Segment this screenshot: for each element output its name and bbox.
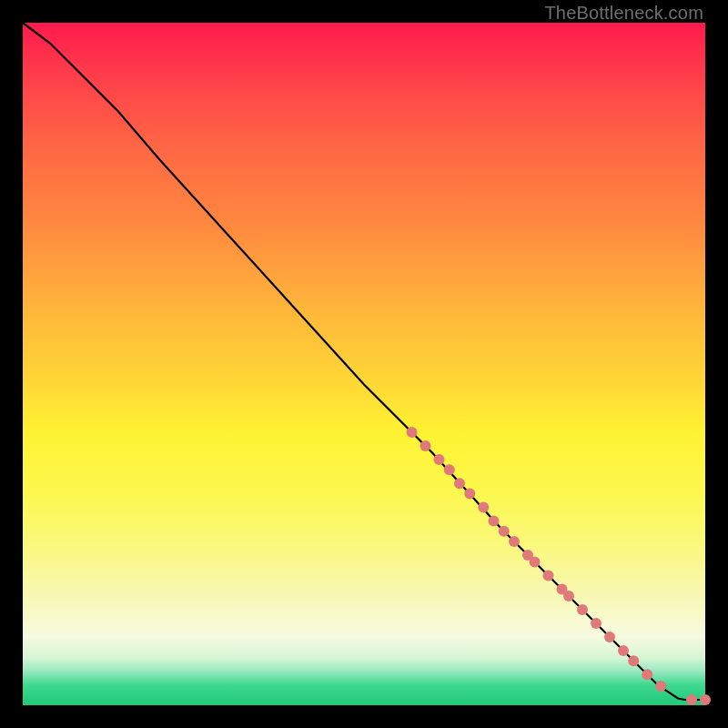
data-marker <box>489 516 500 527</box>
data-marker <box>577 604 588 615</box>
data-marker <box>700 694 711 705</box>
data-marker <box>464 489 475 500</box>
data-marker <box>509 536 520 547</box>
data-marker <box>655 681 666 692</box>
data-marker <box>444 464 455 475</box>
data-marker <box>499 526 510 537</box>
data-marker <box>628 655 639 666</box>
data-marker <box>563 591 574 602</box>
data-marker <box>420 440 431 451</box>
data-marker <box>434 454 445 465</box>
data-marker <box>543 571 554 581</box>
data-marker <box>407 427 418 438</box>
curve-line <box>23 23 705 700</box>
data-marker <box>530 557 541 568</box>
data-marker <box>642 669 652 680</box>
marker-group <box>407 427 712 705</box>
data-marker <box>618 645 629 656</box>
data-marker <box>454 478 465 489</box>
source-credit: TheBottleneck.com <box>544 3 703 24</box>
data-marker <box>686 694 697 705</box>
data-marker <box>604 632 615 642</box>
chart-overlay <box>23 23 705 705</box>
data-marker <box>478 502 489 513</box>
chart-frame: TheBottleneck.com <box>0 0 728 728</box>
data-marker <box>591 618 602 629</box>
